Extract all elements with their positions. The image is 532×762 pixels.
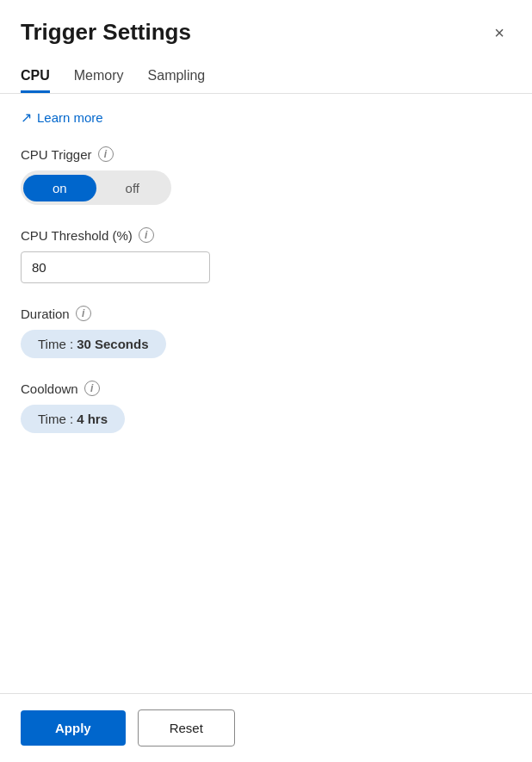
dialog-body: ↗ Learn more CPU Trigger i on off CPU Th…	[0, 94, 532, 693]
cpu-threshold-input[interactable]	[21, 251, 210, 283]
cpu-threshold-label-row: CPU Threshold (%) i	[21, 227, 511, 243]
tab-bar: CPU Memory Sampling	[0, 46, 532, 93]
cpu-trigger-section: CPU Trigger i on off	[21, 146, 511, 205]
duration-time-value: 30 Seconds	[77, 337, 148, 351]
close-button[interactable]: ×	[487, 21, 511, 45]
apply-button[interactable]: Apply	[21, 710, 126, 746]
cooldown-info-icon[interactable]: i	[84, 381, 100, 396]
duration-label: Duration	[21, 307, 70, 321]
cooldown-label-row: Cooldown i	[21, 381, 511, 396]
cooldown-label: Cooldown	[21, 381, 78, 396]
duration-section: Duration i Time : 30 Seconds	[21, 306, 511, 358]
learn-more-label: Learn more	[37, 110, 103, 125]
duration-time-prefix: Time :	[38, 337, 73, 351]
toggle-off-option[interactable]: off	[96, 175, 170, 201]
cooldown-time-pill[interactable]: Time : 4 hrs	[21, 405, 125, 433]
tab-sampling[interactable]: Sampling	[148, 61, 206, 93]
cpu-trigger-toggle[interactable]: on off	[21, 170, 171, 205]
cpu-threshold-section: CPU Threshold (%) i	[21, 227, 511, 283]
cpu-trigger-label-row: CPU Trigger i	[21, 146, 511, 162]
duration-label-row: Duration i	[21, 306, 511, 321]
dialog-header: Trigger Settings ×	[0, 0, 532, 46]
cpu-trigger-label: CPU Trigger	[21, 147, 92, 162]
tab-memory[interactable]: Memory	[74, 61, 124, 93]
cpu-trigger-info-icon[interactable]: i	[98, 146, 114, 162]
external-link-icon: ↗	[21, 109, 32, 126]
dialog-footer: Apply Reset	[0, 693, 532, 762]
tab-cpu[interactable]: CPU	[21, 61, 50, 93]
duration-info-icon[interactable]: i	[76, 306, 91, 321]
duration-time-pill[interactable]: Time : 30 Seconds	[21, 330, 166, 358]
cooldown-time-value: 4 hrs	[77, 412, 108, 426]
cooldown-time-prefix: Time :	[38, 412, 73, 426]
cooldown-section: Cooldown i Time : 4 hrs	[21, 381, 511, 433]
reset-button[interactable]: Reset	[138, 709, 235, 747]
dialog-title: Trigger Settings	[21, 19, 191, 46]
trigger-settings-dialog: Trigger Settings × CPU Memory Sampling ↗…	[0, 0, 532, 762]
toggle-on-option[interactable]: on	[23, 175, 96, 201]
cpu-threshold-label: CPU Threshold (%)	[21, 228, 133, 243]
cpu-threshold-info-icon[interactable]: i	[139, 227, 154, 243]
learn-more-link[interactable]: ↗ Learn more	[21, 109, 511, 126]
